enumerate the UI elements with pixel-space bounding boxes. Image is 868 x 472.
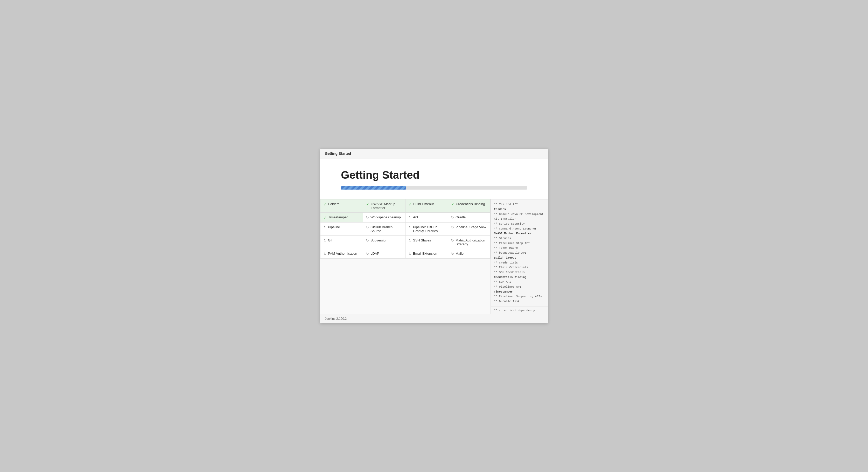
plugin-label: Build Timeout	[413, 202, 434, 206]
footer-bar: Jenkins 2.190.2	[320, 314, 548, 323]
plugin-label: Folders	[328, 202, 339, 206]
plugin-cell[interactable]: ↻SSH Slaves	[405, 236, 448, 249]
sidebar-line: Build Timeout	[494, 256, 516, 259]
plugin-label: Mailer	[456, 252, 465, 256]
progress-bar-fill	[341, 186, 406, 189]
sidebar-panel: ** Trilead API Folders ** Oracle Java SE…	[491, 199, 548, 314]
refresh-icon: ↻	[366, 225, 369, 229]
plugin-cell[interactable]: ↻Pipeline: Stage View	[448, 223, 491, 236]
plugin-cell[interactable]: ↻Workspace Cleanup	[363, 213, 405, 223]
plugin-cell[interactable]: ↻Mailer	[448, 249, 491, 259]
sidebar-line: Credentials Binding	[494, 276, 526, 279]
refresh-icon: ↻	[366, 215, 369, 219]
plugin-cell[interactable]: ↻LDAP	[363, 249, 405, 259]
main-content: ✓Folders✓OWASP Markup Formatter✓Build Ti…	[320, 199, 548, 314]
plugin-cell[interactable]: ↻Gradle	[448, 213, 491, 223]
refresh-icon: ↻	[323, 239, 327, 242]
plugin-label: Subversion	[370, 238, 388, 242]
refresh-icon: ↻	[409, 252, 411, 256]
sidebar-line: ** Pipeline: Step API	[494, 242, 530, 245]
plugin-label: PAM Authentication	[328, 252, 357, 256]
sidebar-line: ** Script Security	[494, 222, 525, 225]
plugin-label: GitHub Branch Source	[370, 225, 402, 233]
refresh-icon: ↻	[409, 225, 411, 229]
plugin-cell[interactable]: ↻PAM Authentication	[320, 249, 363, 259]
plugin-cell[interactable]: ✓OWASP Markup Formatter	[363, 200, 405, 213]
plugin-cell[interactable]: ↻Pipeline: GitHub Groovy Libraries	[405, 223, 448, 236]
hero-title: Getting Started	[341, 169, 527, 181]
title-bar: Getting Started	[320, 149, 548, 158]
plugin-grid: ✓Folders✓OWASP Markup Formatter✓Build Ti…	[320, 199, 491, 314]
plugin-label: Matrix Authorization Strategy	[456, 238, 487, 246]
plugin-label: Gradle	[456, 215, 466, 219]
plugin-label: Pipeline: Stage View	[456, 225, 486, 229]
main-window: Getting Started Getting Started ✓Folders…	[320, 149, 548, 323]
refresh-icon: ↻	[451, 215, 454, 219]
sidebar-line: ** Oracle Java SE Development Kit Instal…	[494, 213, 545, 221]
check-icon: ✓	[409, 202, 412, 206]
plugin-cell[interactable]: ↻Email Extension	[405, 249, 448, 259]
refresh-icon: ↻	[451, 239, 454, 242]
plugin-table: ✓Folders✓OWASP Markup Formatter✓Build Ti…	[320, 199, 491, 259]
plugin-cell[interactable]: ✓Timestamper	[320, 213, 363, 223]
hero-section: Getting Started	[320, 158, 548, 199]
plugin-cell[interactable]: ↻Subversion	[363, 236, 405, 249]
plugin-label: Ant	[413, 215, 418, 219]
plugin-cell[interactable]: ↻Matrix Authorization Strategy	[448, 236, 491, 249]
sidebar-line: Timestamper	[494, 290, 513, 293]
sidebar-line: ** bouncycastle API	[494, 251, 526, 255]
plugin-label: Git	[328, 238, 332, 242]
sidebar-line: OWASP Markup Formatter	[494, 232, 531, 235]
refresh-icon: ↻	[451, 225, 454, 229]
check-icon: ✓	[366, 202, 369, 206]
sidebar-footer: ** - required dependency	[491, 306, 548, 314]
plugin-label: OWASP Markup Formatter	[371, 202, 402, 210]
plugin-cell[interactable]: ✓Credentials Binding	[448, 200, 491, 213]
progress-bar-background	[341, 186, 527, 189]
sidebar-line: ** Pipeline: API	[494, 285, 521, 288]
plugin-label: Workspace Cleanup	[370, 215, 401, 219]
sidebar-line: ** Credentials	[494, 261, 518, 264]
plugin-label: Pipeline: GitHub Groovy Libraries	[413, 225, 445, 233]
refresh-icon: ↻	[366, 239, 369, 242]
plugin-label: SSH Slaves	[413, 238, 431, 242]
refresh-icon: ↻	[323, 225, 327, 229]
refresh-icon: ↻	[451, 252, 454, 256]
plugin-cell[interactable]: ✓Folders	[320, 200, 363, 213]
sidebar-content: ** Trilead API Folders ** Oracle Java SE…	[491, 200, 548, 306]
sidebar-line: ** Pipeline: Supporting APIs	[494, 295, 542, 298]
sidebar-line: ** SSH Credentials	[494, 271, 525, 274]
plugin-cell[interactable]: ↻Ant	[405, 213, 448, 223]
refresh-icon: ↻	[323, 252, 327, 256]
refresh-icon: ↻	[409, 215, 411, 219]
check-icon: ✓	[323, 215, 327, 220]
sidebar-line: ** Trilead API	[494, 203, 518, 206]
refresh-icon: ↻	[366, 252, 369, 256]
sidebar-line: ** SCM API	[494, 281, 511, 284]
plugin-label: Timestamper	[328, 215, 348, 219]
check-icon: ✓	[451, 202, 454, 206]
window-title: Getting Started	[325, 151, 351, 156]
plugin-label: Credentials Binding	[456, 202, 485, 206]
plugin-cell[interactable]: ↻GitHub Branch Source	[363, 223, 405, 236]
sidebar-line: Folders	[494, 208, 506, 211]
plugin-cell[interactable]: ✓Build Timeout	[405, 200, 448, 213]
plugin-label: Pipeline	[328, 225, 340, 229]
plugin-label: LDAP	[370, 252, 379, 256]
plugin-cell[interactable]: ↻Git	[320, 236, 363, 249]
plugin-cell[interactable]: ↻Pipeline	[320, 223, 363, 236]
plugin-label: Email Extension	[413, 252, 437, 256]
sidebar-line: ** Token Macro	[494, 246, 518, 249]
sidebar-line: ** Structs	[494, 237, 511, 240]
sidebar-line: ** Plain Credentials	[494, 266, 528, 269]
check-icon: ✓	[323, 202, 327, 206]
refresh-icon: ↻	[409, 239, 411, 242]
jenkins-version: Jenkins 2.190.2	[325, 317, 347, 321]
sidebar-line: ** Durable Task	[494, 300, 520, 303]
sidebar-line: ** Command Agent Launcher	[494, 227, 537, 230]
